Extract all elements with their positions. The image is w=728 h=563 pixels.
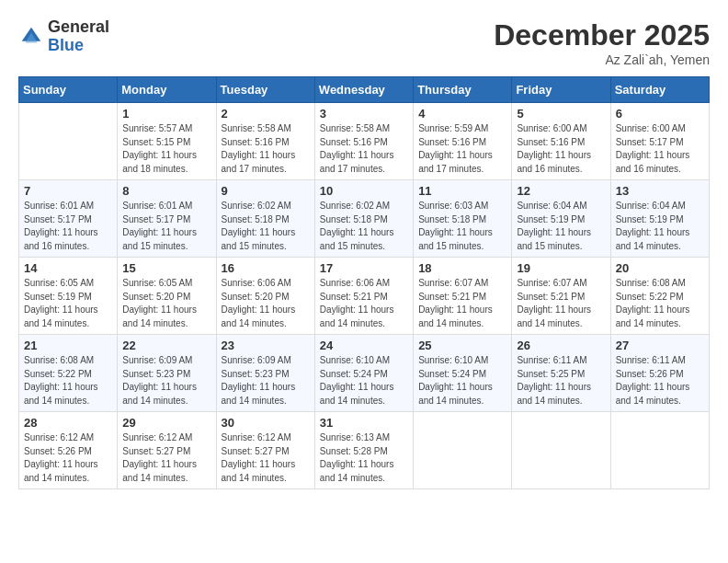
day-info: Sunrise: 6:11 AMSunset: 5:26 PMDaylight:… (616, 354, 704, 408)
calendar-cell: 21Sunrise: 6:08 AMSunset: 5:22 PMDayligh… (19, 335, 118, 412)
calendar-cell: 17Sunrise: 6:06 AMSunset: 5:21 PMDayligh… (314, 258, 413, 335)
calendar-cell: 11Sunrise: 6:03 AMSunset: 5:18 PMDayligh… (414, 180, 512, 258)
day-number: 4 (418, 107, 506, 121)
calendar-cell (610, 412, 709, 489)
day-number: 8 (122, 184, 210, 198)
day-info: Sunrise: 6:09 AMSunset: 5:23 PMDaylight:… (122, 354, 210, 408)
day-number: 30 (222, 416, 310, 430)
title-block: December 2025 Az Zali`ah, Yemen (494, 18, 710, 67)
day-number: 11 (418, 184, 506, 198)
calendar-week-2: 7Sunrise: 6:01 AMSunset: 5:17 PMDaylight… (19, 180, 710, 258)
day-number: 23 (222, 339, 310, 352)
calendar-cell (414, 412, 512, 489)
day-number: 14 (24, 261, 112, 275)
calendar-cell: 6Sunrise: 6:00 AMSunset: 5:17 PMDaylight… (610, 103, 709, 180)
day-number: 2 (222, 107, 310, 121)
calendar-cell (512, 412, 610, 489)
calendar-cell: 24Sunrise: 6:10 AMSunset: 5:24 PMDayligh… (314, 335, 413, 412)
page-header: General Blue December 2025 Az Zali`ah, Y… (18, 18, 710, 67)
day-number: 9 (222, 184, 310, 198)
day-number: 28 (24, 416, 112, 430)
calendar-week-1: 1Sunrise: 5:57 AMSunset: 5:15 PMDaylight… (19, 103, 710, 180)
col-header-monday: Monday (118, 77, 216, 103)
day-number: 15 (122, 261, 210, 275)
day-number: 1 (122, 107, 210, 121)
logo-general-text: General (48, 18, 109, 37)
day-info: Sunrise: 6:11 AMSunset: 5:25 PMDaylight:… (517, 354, 605, 408)
day-info: Sunrise: 6:06 AMSunset: 5:21 PMDaylight:… (320, 277, 408, 330)
day-info: Sunrise: 6:03 AMSunset: 5:18 PMDaylight:… (418, 200, 506, 253)
day-number: 6 (616, 107, 704, 121)
day-number: 13 (616, 184, 704, 198)
day-number: 29 (122, 416, 210, 430)
calendar-cell: 23Sunrise: 6:09 AMSunset: 5:23 PMDayligh… (216, 335, 314, 412)
day-number: 7 (24, 184, 112, 198)
calendar-cell: 14Sunrise: 6:05 AMSunset: 5:19 PMDayligh… (19, 258, 118, 335)
col-header-saturday: Saturday (610, 77, 709, 103)
day-number: 16 (222, 261, 310, 275)
day-info: Sunrise: 6:02 AMSunset: 5:18 PMDaylight:… (222, 200, 310, 253)
calendar-cell: 18Sunrise: 6:07 AMSunset: 5:21 PMDayligh… (414, 258, 512, 335)
calendar-cell: 2Sunrise: 5:58 AMSunset: 5:16 PMDaylight… (216, 103, 314, 180)
calendar-cell: 26Sunrise: 6:11 AMSunset: 5:25 PMDayligh… (512, 335, 610, 412)
day-info: Sunrise: 5:58 AMSunset: 5:16 PMDaylight:… (320, 122, 408, 176)
day-info: Sunrise: 6:13 AMSunset: 5:28 PMDaylight:… (320, 431, 408, 485)
day-info: Sunrise: 6:08 AMSunset: 5:22 PMDaylight:… (616, 277, 704, 330)
calendar-cell: 12Sunrise: 6:04 AMSunset: 5:19 PMDayligh… (512, 180, 610, 258)
col-header-sunday: Sunday (19, 77, 118, 103)
day-info: Sunrise: 5:58 AMSunset: 5:16 PMDaylight:… (222, 122, 310, 176)
col-header-tuesday: Tuesday (216, 77, 314, 103)
calendar-cell: 30Sunrise: 6:12 AMSunset: 5:27 PMDayligh… (216, 412, 314, 489)
calendar-cell: 29Sunrise: 6:12 AMSunset: 5:27 PMDayligh… (118, 412, 216, 489)
day-info: Sunrise: 6:12 AMSunset: 5:27 PMDaylight:… (222, 431, 310, 485)
day-number: 10 (320, 184, 408, 198)
day-info: Sunrise: 6:10 AMSunset: 5:24 PMDaylight:… (320, 354, 408, 408)
day-number: 18 (418, 261, 506, 275)
day-number: 5 (517, 107, 605, 121)
day-info: Sunrise: 6:12 AMSunset: 5:27 PMDaylight:… (122, 431, 210, 485)
calendar-cell: 8Sunrise: 6:01 AMSunset: 5:17 PMDaylight… (118, 180, 216, 258)
calendar-cell: 20Sunrise: 6:08 AMSunset: 5:22 PMDayligh… (610, 258, 709, 335)
day-info: Sunrise: 6:01 AMSunset: 5:17 PMDaylight:… (24, 200, 112, 253)
calendar-week-5: 28Sunrise: 6:12 AMSunset: 5:26 PMDayligh… (19, 412, 710, 489)
calendar-cell: 1Sunrise: 5:57 AMSunset: 5:15 PMDaylight… (118, 103, 216, 180)
day-info: Sunrise: 6:02 AMSunset: 5:18 PMDaylight:… (320, 200, 408, 253)
logo-icon (18, 24, 44, 50)
day-number: 17 (320, 261, 408, 275)
day-number: 24 (320, 339, 408, 352)
calendar-cell: 31Sunrise: 6:13 AMSunset: 5:28 PMDayligh… (314, 412, 413, 489)
day-info: Sunrise: 6:00 AMSunset: 5:17 PMDaylight:… (616, 122, 704, 176)
calendar-cell: 10Sunrise: 6:02 AMSunset: 5:18 PMDayligh… (314, 180, 413, 258)
calendar-header-row: SundayMondayTuesdayWednesdayThursdayFrid… (19, 77, 710, 103)
day-info: Sunrise: 6:00 AMSunset: 5:16 PMDaylight:… (517, 122, 605, 176)
calendar-week-4: 21Sunrise: 6:08 AMSunset: 5:22 PMDayligh… (19, 335, 710, 412)
day-info: Sunrise: 6:08 AMSunset: 5:22 PMDaylight:… (24, 354, 112, 408)
month-title: December 2025 (494, 18, 710, 52)
day-number: 25 (418, 339, 506, 352)
calendar-cell: 19Sunrise: 6:07 AMSunset: 5:21 PMDayligh… (512, 258, 610, 335)
calendar-cell: 25Sunrise: 6:10 AMSunset: 5:24 PMDayligh… (414, 335, 512, 412)
day-info: Sunrise: 6:07 AMSunset: 5:21 PMDaylight:… (418, 277, 506, 330)
day-info: Sunrise: 5:59 AMSunset: 5:16 PMDaylight:… (418, 122, 506, 176)
day-number: 3 (320, 107, 408, 121)
calendar-cell: 16Sunrise: 6:06 AMSunset: 5:20 PMDayligh… (216, 258, 314, 335)
day-number: 12 (517, 184, 605, 198)
calendar-cell: 22Sunrise: 6:09 AMSunset: 5:23 PMDayligh… (118, 335, 216, 412)
calendar-cell: 5Sunrise: 6:00 AMSunset: 5:16 PMDaylight… (512, 103, 610, 180)
location-text: Az Zali`ah, Yemen (494, 52, 710, 67)
calendar-cell: 15Sunrise: 6:05 AMSunset: 5:20 PMDayligh… (118, 258, 216, 335)
calendar-cell (19, 103, 118, 180)
day-info: Sunrise: 6:10 AMSunset: 5:24 PMDaylight:… (418, 354, 506, 408)
calendar-cell: 28Sunrise: 6:12 AMSunset: 5:26 PMDayligh… (19, 412, 118, 489)
col-header-friday: Friday (512, 77, 610, 103)
day-info: Sunrise: 6:12 AMSunset: 5:26 PMDaylight:… (24, 431, 112, 485)
calendar-table: SundayMondayTuesdayWednesdayThursdayFrid… (18, 76, 710, 489)
calendar-cell: 4Sunrise: 5:59 AMSunset: 5:16 PMDaylight… (414, 103, 512, 180)
day-info: Sunrise: 5:57 AMSunset: 5:15 PMDaylight:… (122, 122, 210, 176)
calendar-cell: 3Sunrise: 5:58 AMSunset: 5:16 PMDaylight… (314, 103, 413, 180)
logo: General Blue (18, 18, 109, 55)
day-number: 19 (517, 261, 605, 275)
col-header-thursday: Thursday (414, 77, 512, 103)
day-info: Sunrise: 6:06 AMSunset: 5:20 PMDaylight:… (222, 277, 310, 330)
day-number: 22 (122, 339, 210, 352)
